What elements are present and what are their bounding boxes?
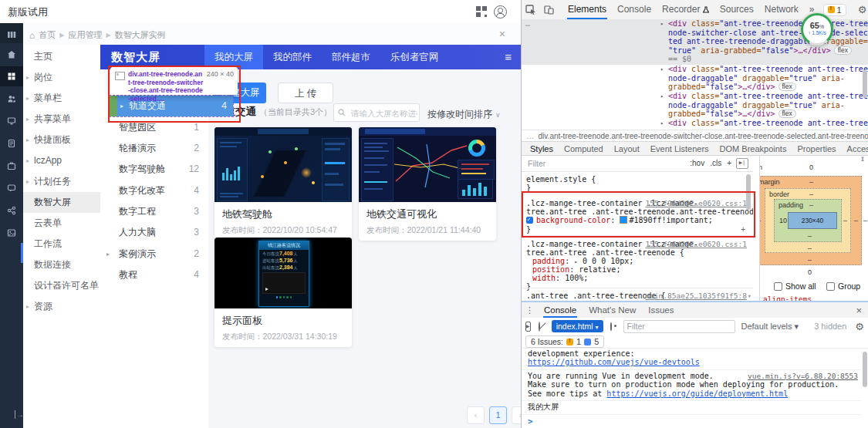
color-swatch[interactable]	[620, 216, 627, 224]
source-link[interactable]: vue.min.js?v=6.88.20:8553	[748, 372, 858, 381]
monitor-icon[interactable]	[0, 111, 23, 131]
document-icon[interactable]	[0, 133, 23, 153]
css-declaration[interactable]: width: 100%;	[532, 274, 588, 282]
tab-computed[interactable]: Computed	[559, 144, 609, 153]
issues-counter[interactable]: 1	[823, 4, 846, 16]
dom-node[interactable]: ▸ <div class="ant-tree-treenode ant-tree…	[522, 119, 868, 130]
issues-summary[interactable]: 6 Issues: 1 5	[525, 335, 604, 348]
flex-badge[interactable]: flex	[778, 83, 796, 91]
console-scrollbar[interactable]	[861, 302, 868, 428]
breadcrumb-item[interactable]: 首页	[39, 29, 56, 41]
tab-official-site[interactable]: 乐创者官网	[380, 45, 449, 69]
columns-icon[interactable]	[0, 25, 23, 45]
clear-console-icon[interactable]	[539, 322, 540, 332]
sidebar-item-menubar[interactable]: ▸菜单栏	[23, 88, 100, 109]
group-checkbox[interactable]: Group	[826, 281, 860, 291]
tab-dom-breakpoints[interactable]: DOM Breakpoints	[714, 144, 792, 153]
tree-node[interactable]: 人力大脑3	[100, 222, 208, 243]
toolbox-icon[interactable]	[0, 156, 23, 176]
tab-whats-new[interactable]: What's New	[583, 302, 642, 318]
next-page-button[interactable]: ›	[512, 406, 521, 424]
search-input[interactable]	[350, 106, 419, 121]
sidebar-item-lczapp[interactable]: ▸lczApp	[23, 150, 100, 171]
tab-network[interactable]: Network	[759, 0, 804, 19]
tab-recorder[interactable]: Recorder	[657, 0, 714, 19]
stylesheet-link[interactable]: 155.f96d202…e0620.css:1	[645, 199, 747, 207]
screenshare-stats-badge[interactable]: 65% ↑ 1.5K/s	[801, 13, 833, 45]
sidebar-item-shared-menu[interactable]: ▸共享菜单	[23, 109, 100, 130]
page-number[interactable]: 1	[489, 406, 507, 424]
tree-node[interactable]: 数字化改革4	[100, 180, 208, 201]
gallery-icon[interactable]	[0, 223, 23, 243]
prev-page-button[interactable]: ‹	[467, 406, 485, 424]
dom-node[interactable]: ▸ <div class="ant-tree-treenode ant-tree…	[522, 65, 868, 92]
sidebar-item-digital-screen[interactable]: 数智大屏	[23, 192, 100, 213]
execution-context-selector[interactable]: index.html▾	[552, 320, 603, 332]
log-levels-dropdown[interactable]: Default levels ▾	[741, 322, 799, 332]
screen-card[interactable]: 钱江路客流情况 今日客流7,408人 进站客流5,736人 出站客流2,384人…	[214, 238, 352, 347]
breadcrumb-item[interactable]: 数智大屏实例	[115, 29, 166, 41]
dom-node[interactable]: ▸ <div class="ant-tree-treenode ant-tree…	[522, 92, 868, 119]
sidebar-item-quick-panel[interactable]: ▸快捷面板	[23, 130, 100, 150]
live-expression-eye-icon[interactable]	[610, 322, 612, 331]
toggle-classes[interactable]: .cls	[710, 159, 721, 167]
css-declaration[interactable]: background-color: #1890ff!important;	[526, 216, 713, 224]
tab-widget-market[interactable]: 部件超市	[322, 45, 380, 69]
content-box[interactable]: 230×40	[788, 212, 837, 229]
tab-my-screens[interactable]: 我的大屏	[204, 45, 263, 69]
flex-badge[interactable]: flex	[834, 46, 852, 55]
home-icon[interactable]	[0, 45, 23, 65]
upload-button[interactable]: 上 传	[278, 83, 333, 103]
tree-node[interactable]: 轮播演示2	[100, 138, 208, 159]
breadcrumb-item[interactable]: 应用管理	[68, 29, 102, 41]
sidebar-item-resources[interactable]: ▸资源	[23, 296, 100, 317]
console-sidebar-icon[interactable]: ▶	[525, 322, 531, 332]
sidebar-item-data-connection[interactable]: 数据连接	[23, 254, 100, 275]
dom-breadcrumb[interactable]: … div.ant-tree-treenode.ant-tree-treenod…	[522, 130, 868, 141]
sidebar-item-post[interactable]: ▸岗位	[23, 67, 100, 88]
settings-gear-icon[interactable]: ⚙	[858, 4, 867, 15]
tab-event-listeners[interactable]: Event Listeners	[645, 144, 714, 153]
expand-arrow-icon[interactable]: ▸	[660, 20, 664, 29]
console-prompt[interactable]: >	[522, 415, 861, 428]
sidebar-item-cloud-form[interactable]: 云表单	[23, 213, 100, 234]
console-link[interactable]: https://vuejs.org/guide/deployment.html	[606, 389, 788, 398]
screen-card[interactable]: 地铁驾驶舱 发布时间：2022/10/20 10:54:47	[214, 127, 352, 241]
console-filter-input[interactable]	[623, 320, 735, 333]
user-avatar-icon[interactable]	[494, 5, 507, 19]
device-toolbar-icon[interactable]	[544, 5, 554, 15]
tab-styles[interactable]: Styles	[525, 144, 559, 153]
property-checkbox-checked[interactable]	[526, 217, 533, 224]
tab-properties[interactable]: Properties	[792, 144, 841, 153]
tree-node[interactable]: 智慧园区1	[100, 117, 208, 138]
apps-grid-icon[interactable]	[0, 66, 23, 86]
stylesheet-link[interactable]: 155.f96d202…e0620.css:1	[645, 240, 747, 248]
sidebar-item-workflow[interactable]: 工作流	[23, 234, 100, 254]
inspect-element-icon[interactable]	[525, 5, 536, 15]
tree-node[interactable]: 教程4	[100, 265, 208, 285]
tab-issues[interactable]: Issues	[642, 302, 680, 318]
screen-card[interactable]: 地铁交通可视化 发布时间：2022/01/21 11:44:40	[359, 127, 496, 241]
elements-scrollbar[interactable]: ▲	[861, 19, 868, 130]
sidebar-item-designer-license[interactable]: 设计器许可名单	[23, 275, 100, 296]
expand-arrow-icon[interactable]: ▸	[660, 93, 664, 102]
tree-node[interactable]: 数字工程3	[100, 201, 208, 222]
show-all-checkbox[interactable]: Show all	[774, 281, 816, 291]
toggle-hover-state[interactable]: :hov	[690, 159, 704, 167]
close-icon[interactable]: ×	[499, 28, 505, 40]
console-link[interactable]: https://github.com/vuejs/vue-devtools	[528, 358, 700, 366]
tab-sources[interactable]: Sources	[714, 0, 759, 19]
share-nodes-icon[interactable]	[0, 201, 23, 221]
tab-console[interactable]: Console	[612, 0, 657, 19]
qr-code-icon[interactable]	[476, 6, 487, 17]
sidebar-item-home[interactable]: 主页	[23, 46, 100, 67]
sidebar-item-scheduled-tasks[interactable]: ▸计划任务	[23, 171, 100, 192]
styles-scrollbar[interactable]: ▼	[745, 156, 751, 301]
tree-node[interactable]: 数字驾驶舱12	[100, 159, 208, 180]
message-icon[interactable]	[0, 178, 23, 198]
expand-arrow-icon[interactable]: ▸	[660, 120, 664, 129]
sort-dropdown[interactable]: 按修改时间排序∨	[427, 108, 501, 121]
tab-layout[interactable]: Layout	[609, 144, 645, 153]
tab-console-drawer[interactable]: Console	[538, 302, 583, 318]
flex-badge[interactable]: flex	[778, 110, 796, 118]
